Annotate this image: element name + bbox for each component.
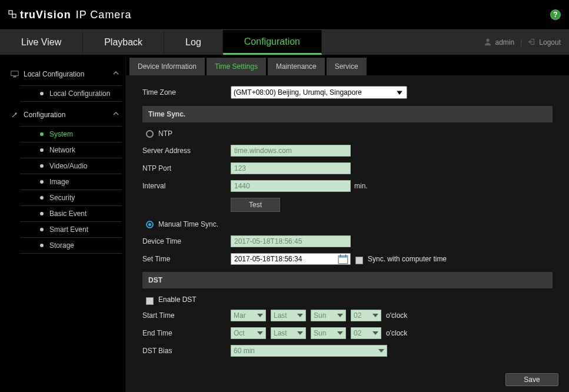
main-nav: Live View Playback Log Configuration adm…	[0, 29, 569, 55]
calendar-icon[interactable]	[338, 254, 348, 264]
chevron-up-icon	[112, 110, 119, 119]
start-hour-select[interactable]: 02	[351, 310, 381, 321]
interval-unit: min.	[354, 182, 368, 190]
sync-computer-checkbox[interactable]	[355, 257, 363, 264]
chevron-down-icon	[257, 314, 263, 317]
nav-configuration[interactable]: Configuration	[223, 30, 322, 55]
chevron-down-icon	[395, 88, 404, 97]
start-day-select[interactable]: Sun	[311, 310, 346, 321]
device-time-input	[231, 235, 351, 247]
bullet-icon	[40, 244, 44, 247]
logout-link[interactable]: Logout	[539, 38, 561, 46]
radio-manual-time-sync[interactable]: Manual Time Sync.	[146, 220, 553, 228]
end-day-select[interactable]: Sun	[311, 327, 346, 339]
sidebar-item-storage[interactable]: Storage	[20, 238, 122, 254]
start-month-select[interactable]: Mar	[231, 310, 266, 321]
start-time-label: Start Time	[142, 311, 231, 320]
tab-service[interactable]: Service	[327, 58, 367, 75]
device-time-label: Device Time	[142, 237, 231, 245]
brand-logo-icon	[8, 10, 18, 19]
chevron-down-icon	[297, 314, 303, 317]
tab-bar: Device Information Time Settings Mainten…	[126, 55, 569, 75]
user-area: admin | Logout	[484, 30, 569, 55]
sidebar-group-configuration[interactable]: Configuration	[8, 107, 122, 122]
svg-rect-0	[9, 11, 12, 14]
bullet-icon	[40, 92, 44, 95]
bullet-icon	[40, 228, 44, 231]
nav-log[interactable]: Log	[164, 30, 223, 55]
end-time-label: End Time	[142, 329, 231, 337]
sidebar-item-security[interactable]: Security	[20, 190, 122, 206]
sidebar-item-label: Basic Event	[49, 210, 86, 218]
sidebar-item-network[interactable]: Network	[20, 142, 122, 158]
chevron-down-icon	[257, 331, 263, 335]
tab-device-information[interactable]: Device Information	[129, 58, 205, 75]
ntp-port-input[interactable]	[231, 162, 351, 174]
brand-bar: truVision IP Camera ?	[0, 0, 569, 29]
timezone-label: Time Zone	[142, 88, 231, 97]
sidebar-item-system[interactable]: System	[20, 126, 122, 142]
nav-playback[interactable]: Playback	[83, 30, 164, 55]
brand: truVision IP Camera	[8, 9, 131, 21]
ntp-port-label: NTP Port	[142, 164, 231, 172]
sidebar-item-label: System	[49, 130, 73, 138]
brand-logo: truVision	[20, 9, 71, 21]
section-dst: DST	[142, 272, 553, 288]
sidebar-group-local-config[interactable]: Local Configuration	[8, 66, 122, 82]
radio-icon	[146, 221, 154, 228]
section-time-sync: Time Sync.	[142, 106, 553, 122]
end-hour-select[interactable]: 02	[351, 327, 381, 339]
wrench-icon	[11, 111, 19, 119]
sidebar-item-label: Smart Event	[49, 225, 88, 234]
sidebar-item-label: Video/Audio	[49, 162, 88, 170]
bullet-icon	[40, 180, 44, 184]
interval-input[interactable]	[231, 180, 351, 192]
server-address-input[interactable]	[231, 145, 351, 157]
radio-icon	[146, 130, 154, 138]
radio-manual-label: Manual Time Sync.	[158, 220, 218, 228]
bullet-icon	[40, 148, 44, 152]
end-week-select[interactable]: Last	[271, 327, 306, 339]
sidebar-group-label: Configuration	[24, 111, 65, 119]
sidebar-item-basic-event[interactable]: Basic Event	[20, 206, 122, 222]
end-month-select[interactable]: Oct	[231, 327, 266, 339]
tab-time-settings[interactable]: Time Settings	[207, 58, 266, 75]
user-name[interactable]: admin	[495, 38, 514, 46]
bullet-icon	[40, 196, 44, 200]
brand-product: IP Camera	[76, 9, 132, 21]
chevron-down-icon	[337, 314, 343, 317]
svg-rect-4	[13, 76, 16, 77]
test-button[interactable]: Test	[231, 198, 280, 212]
tab-maintenance[interactable]: Maintenance	[268, 58, 325, 75]
sidebar-group-label: Local Configuration	[24, 70, 84, 78]
dst-bias-label: DST Bias	[142, 347, 231, 355]
dst-bias-select[interactable]: 60 min	[231, 345, 387, 357]
svg-rect-1	[12, 14, 16, 18]
help-icon[interactable]: ?	[550, 9, 561, 20]
sidebar-item-label: Storage	[49, 241, 74, 250]
set-time-input[interactable]	[231, 253, 351, 265]
enable-dst-checkbox[interactable]	[146, 297, 154, 305]
sidebar-item-image[interactable]: Image	[20, 174, 122, 190]
sidebar-item-smart-event[interactable]: Smart Event	[20, 222, 122, 238]
nav-live-view[interactable]: Live View	[0, 30, 83, 55]
chevron-down-icon	[337, 331, 343, 335]
timezone-select[interactable]: (GMT+08:00) Beijing, Urumqi, Singapore	[231, 86, 407, 99]
sidebar-item-video-audio[interactable]: Video/Audio	[20, 158, 122, 174]
start-week-select[interactable]: Last	[271, 310, 306, 321]
sidebar-item-label: Local Configuration	[49, 89, 110, 98]
bullet-icon	[40, 212, 44, 215]
bullet-icon	[40, 164, 44, 168]
save-button[interactable]: Save	[505, 373, 558, 386]
chevron-down-icon	[372, 314, 378, 317]
chevron-down-icon	[297, 331, 303, 335]
bullet-icon	[40, 132, 44, 136]
chevron-down-icon	[378, 349, 384, 353]
radio-ntp[interactable]: NTP	[146, 129, 553, 138]
set-time-label: Set Time	[142, 255, 231, 263]
chevron-down-icon	[372, 331, 378, 335]
sidebar-item-local-configuration[interactable]: Local Configuration	[20, 85, 122, 102]
end-oclock-label: o'clock	[386, 329, 407, 337]
interval-label: Interval	[142, 182, 231, 190]
sync-computer-label: Sync. with computer time	[368, 255, 447, 263]
